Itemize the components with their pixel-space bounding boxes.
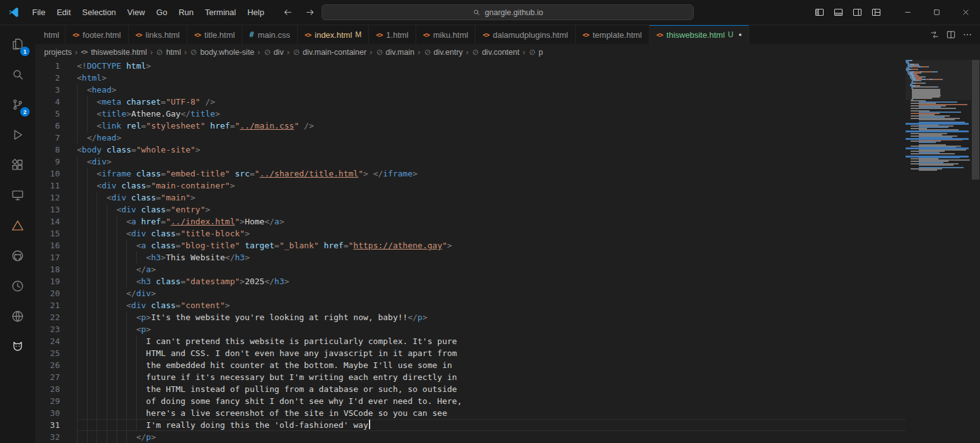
line-number[interactable]: 14 — [35, 216, 60, 227]
line-number[interactable]: 7 — [35, 132, 60, 144]
breadcrumb-item[interactable]: html — [156, 48, 181, 57]
line-number[interactable]: 10 — [35, 168, 60, 180]
code-line[interactable]: <html> — [77, 72, 906, 84]
code-line[interactable]: the embedded hit counter at the bottom. … — [77, 359, 906, 371]
activity-source-control[interactable]: 2 — [3, 89, 33, 120]
code-line[interactable]: <a class="blog-title" target="_blank" hr… — [77, 239, 906, 251]
line-number[interactable]: 20 — [35, 287, 60, 299]
line-number[interactable]: 21 — [35, 299, 60, 311]
code-line[interactable]: future if it's necessary but I'm writing… — [77, 371, 906, 383]
activity-extensions[interactable] — [3, 150, 33, 180]
line-number[interactable]: 28 — [35, 383, 60, 395]
line-number[interactable]: 26 — [35, 359, 60, 371]
tab-dalamudplugins.html[interactable]: <>dalamudplugins.html — [475, 25, 575, 44]
code-line[interactable]: </div> — [77, 287, 906, 299]
code-line[interactable]: I can't pretend this website is particul… — [77, 335, 906, 347]
layout-icon[interactable] — [871, 7, 882, 18]
line-number[interactable]: 19 — [35, 275, 60, 287]
line-number[interactable]: 2 — [35, 72, 60, 84]
line-number[interactable]: 23 — [35, 323, 60, 335]
code-line[interactable]: <iframe class="embed-title" src="../shar… — [77, 168, 906, 180]
line-number[interactable]: 16 — [35, 239, 60, 251]
line-number[interactable]: 17 — [35, 251, 60, 263]
line-number[interactable]: 32 — [35, 431, 60, 443]
activity-pets[interactable] — [3, 331, 33, 362]
activity-run-debug[interactable] — [3, 120, 33, 150]
code-line[interactable]: the HTML instead of pulling from a datab… — [77, 383, 906, 395]
code-line[interactable]: <div class="title-block"> — [77, 227, 906, 239]
breadcrumb-item[interactable]: div — [264, 48, 284, 57]
dirty-indicator[interactable]: ● — [738, 32, 742, 38]
code-line[interactable]: HTML and CSS. I don't even have any java… — [77, 347, 906, 359]
code-line[interactable]: <!DOCTYPE html> — [77, 60, 906, 72]
line-number[interactable]: 8 — [35, 144, 60, 156]
line-number[interactable]: 30 — [35, 407, 60, 419]
tab-html[interactable]: html — [35, 25, 66, 44]
code-line[interactable]: <p>It's the website you're looking at ri… — [77, 311, 906, 323]
code-line[interactable]: <div class="main-container"> — [77, 180, 906, 192]
tab-miku.html[interactable]: <>miku.html — [416, 25, 476, 44]
code-line[interactable]: <div> — [77, 156, 906, 168]
panel-right-icon[interactable] — [852, 7, 863, 18]
code-line[interactable]: here's a live screenshot of the site in … — [77, 407, 906, 419]
menu-selection[interactable]: Selection — [76, 0, 121, 25]
line-number[interactable]: 29 — [35, 395, 60, 407]
line-number[interactable]: 6 — [35, 120, 60, 132]
tab-1.html[interactable]: <>1.html — [369, 25, 416, 44]
tab-template.html[interactable]: <>template.html — [576, 25, 650, 44]
line-number[interactable]: 5 — [35, 108, 60, 120]
code-line[interactable]: <title>Athene.Gay</title> — [77, 108, 906, 120]
code-line[interactable]: <head> — [77, 84, 906, 96]
code-line[interactable]: of doing some fancy shit I don't see why… — [77, 395, 906, 407]
breadcrumb-item[interactable]: div.content — [472, 48, 520, 57]
activity-explorer[interactable]: 1 — [3, 29, 33, 59]
breadcrumb-item[interactable]: <>thiswebsite.html — [81, 48, 147, 57]
scrollbar-thumb[interactable] — [972, 60, 979, 180]
tab-title.html[interactable]: <>title.html — [187, 25, 242, 44]
editor[interactable]: 1234567891011121314151617181920212223242… — [35, 60, 980, 443]
code-line[interactable]: <p> — [77, 323, 906, 335]
tab-links.html[interactable]: <>links.html — [129, 25, 187, 44]
line-number[interactable]: 15 — [35, 227, 60, 239]
command-center[interactable]: gnargle.github.io — [322, 4, 694, 20]
code-line[interactable]: </p> — [77, 431, 906, 443]
back-arrow-icon[interactable] — [283, 7, 293, 18]
code-line[interactable]: I'm really doing this the 'old-fashioned… — [77, 419, 906, 431]
line-number[interactable]: 31 — [35, 419, 60, 431]
code-line[interactable]: <div class="main"> — [77, 192, 906, 204]
code-area[interactable]: <!DOCTYPE html><html> <head> <meta chars… — [77, 60, 906, 443]
activity-extension-globe[interactable] — [3, 301, 33, 331]
breadcrumb-item[interactable]: p — [528, 48, 543, 57]
line-number[interactable]: 3 — [35, 84, 60, 96]
line-number[interactable]: 13 — [35, 204, 60, 216]
breadcrumb-item[interactable]: body.whole-site — [190, 48, 254, 57]
compare-changes-icon[interactable] — [930, 30, 940, 40]
tab-main.css[interactable]: #main.css — [242, 25, 298, 44]
line-number[interactable]: 11 — [35, 180, 60, 192]
panel-left-icon[interactable] — [814, 7, 825, 18]
line-number[interactable]: 24 — [35, 335, 60, 347]
line-number[interactable]: 9 — [35, 156, 60, 168]
menu-edit[interactable]: Edit — [51, 0, 76, 25]
code-line[interactable]: <body class="whole-site"> — [77, 144, 906, 156]
code-line[interactable]: <link rel="stylesheet" href="../main.css… — [77, 120, 906, 132]
more-actions-icon[interactable] — [962, 30, 972, 40]
code-line[interactable]: <div class="content"> — [77, 299, 906, 311]
scrollbar[interactable] — [971, 60, 980, 443]
code-line[interactable]: </head> — [77, 132, 906, 144]
line-number[interactable]: 4 — [35, 96, 60, 108]
menu-go[interactable]: Go — [151, 0, 173, 25]
panel-bottom-icon[interactable] — [833, 7, 844, 18]
line-number[interactable]: 25 — [35, 347, 60, 359]
forward-arrow-icon[interactable] — [305, 7, 315, 18]
minimap[interactable] — [906, 60, 971, 443]
breadcrumb-item[interactable]: projects — [44, 48, 72, 57]
code-line[interactable]: </a> — [77, 263, 906, 275]
activity-timeline[interactable] — [3, 271, 33, 301]
line-number[interactable]: 12 — [35, 192, 60, 204]
breadcrumb-item[interactable]: div.main — [376, 48, 415, 57]
tab-footer.html[interactable]: <>footer.html — [66, 25, 129, 44]
split-editor-icon[interactable] — [946, 30, 956, 40]
maximize-button[interactable] — [922, 0, 951, 25]
activity-extension-triangle[interactable] — [3, 210, 33, 241]
